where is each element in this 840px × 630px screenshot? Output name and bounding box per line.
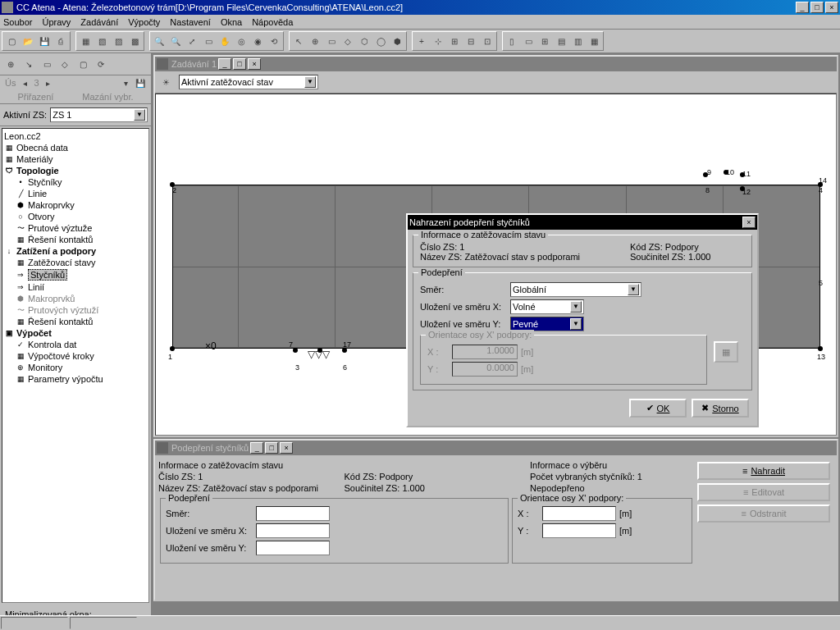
- zad-max[interactable]: □: [233, 58, 246, 70]
- win-b[interactable]: ▭: [520, 33, 536, 49]
- menu-okna[interactable]: Okna: [221, 17, 242, 27]
- snap-c[interactable]: ⊞: [446, 33, 463, 49]
- zoom-out-icon[interactable]: 🔍: [167, 33, 184, 49]
- zoom-g[interactable]: ⟲: [266, 33, 282, 49]
- menu-vypocty[interactable]: Výpočty: [128, 17, 160, 27]
- win-c[interactable]: ⊞: [536, 33, 553, 49]
- new-icon[interactable]: ▢: [3, 33, 20, 49]
- us-prev[interactable]: ◂: [19, 77, 30, 89]
- tree-stycniku-selected[interactable]: ⇒Styčníků: [4, 268, 147, 281]
- tree-linii[interactable]: ⇒Linií: [4, 281, 147, 293]
- close-button[interactable]: ×: [825, 2, 838, 13]
- podepreni-titlebar[interactable]: Podepření styčníků _ □ ×: [155, 441, 837, 455]
- nahradit-button[interactable]: ≡ Nahradit: [697, 462, 830, 480]
- dialog-close[interactable]: ×: [742, 217, 756, 228]
- prirazeni-label[interactable]: Přiřazení: [17, 92, 53, 102]
- lp-add-icon[interactable]: ⊕: [3, 57, 18, 71]
- menu-zadavani[interactable]: Zadávání: [80, 17, 118, 27]
- tree-root[interactable]: Leon.cc2: [4, 130, 147, 142]
- snap-e[interactable]: ⊡: [479, 33, 495, 49]
- tb-c[interactable]: ▨: [110, 33, 126, 49]
- minimize-button[interactable]: _: [796, 2, 809, 13]
- menu-nastaveni[interactable]: Nastavení: [170, 17, 211, 27]
- tree-prutove[interactable]: 〜Prutové výztuže: [4, 222, 147, 234]
- pp-ulozx-input[interactable]: [256, 523, 330, 538]
- zoom-in-icon[interactable]: 🔍: [151, 33, 167, 49]
- tree-linie[interactable]: ╱Linie: [4, 188, 147, 199]
- tree-zat-stavy[interactable]: ▦Zatěžovací stavy: [4, 257, 147, 268]
- us-next[interactable]: ▸: [43, 77, 54, 89]
- tree-topologie[interactable]: 🛡Topologie: [4, 165, 147, 176]
- pp-y-input[interactable]: [542, 523, 616, 538]
- zadavani-titlebar[interactable]: Zadávání 1 _ □ ×: [155, 57, 837, 71]
- menu-soubor[interactable]: Soubor: [3, 17, 32, 27]
- tb-d[interactable]: ▩: [126, 33, 143, 49]
- sel-e[interactable]: ◯: [372, 33, 389, 49]
- sel-c[interactable]: ◇: [340, 33, 356, 49]
- open-icon[interactable]: 📂: [20, 33, 36, 49]
- snap-b[interactable]: ⊹: [430, 33, 446, 49]
- menu-upravy[interactable]: Úpravy: [42, 17, 71, 27]
- tree-kontrola[interactable]: ✓Kontrola dat: [4, 339, 147, 350]
- tree-zatizeni[interactable]: ↓Zatížení a podpory: [4, 245, 147, 257]
- tb-a[interactable]: ▦: [77, 33, 94, 49]
- storno-button[interactable]: ✖ Storno: [692, 399, 749, 418]
- tree-stycniky[interactable]: •Styčníky: [4, 176, 147, 188]
- tree-reseni-kontaktu[interactable]: ▦Řešení kontaktů: [4, 234, 147, 245]
- pp-ulozy-input[interactable]: [256, 541, 330, 555]
- dropdown-icon[interactable]: ▼: [304, 76, 316, 88]
- tree-makroprvky[interactable]: ⬢Makroprvky: [4, 199, 147, 211]
- snap-a[interactable]: +: [413, 33, 430, 49]
- tb-b[interactable]: ▧: [94, 33, 110, 49]
- tree-kroky[interactable]: ▦Výpočtové kroky: [4, 350, 147, 362]
- project-tree[interactable]: Leon.cc2 ▦Obecná data ▦Materiály 🛡Topolo…: [2, 128, 149, 603]
- zoom-fit-icon[interactable]: ⤢: [184, 33, 200, 49]
- pp-min[interactable]: _: [250, 442, 263, 454]
- win-f[interactable]: ▦: [586, 33, 602, 49]
- sel-f[interactable]: ⬢: [389, 33, 405, 49]
- us-x[interactable]: ▾: [120, 77, 131, 89]
- tree-monitory[interactable]: ⊕Monitory: [4, 362, 147, 373]
- mazani-label[interactable]: Mazání vybr.: [82, 92, 133, 102]
- zoom-f[interactable]: ◉: [249, 33, 266, 49]
- win-a[interactable]: ▯: [504, 33, 520, 49]
- tree-parametry[interactable]: ▦Parametry výpočtu: [4, 373, 147, 385]
- zoom-e[interactable]: ◎: [233, 33, 249, 49]
- active-zs-combo[interactable]: ZS 1 ▼: [50, 107, 148, 122]
- zad-min[interactable]: _: [218, 58, 231, 70]
- sel-b[interactable]: ▭: [323, 33, 340, 49]
- pp-close[interactable]: ×: [280, 442, 293, 454]
- menu-napoveda[interactable]: Nápověda: [252, 17, 293, 27]
- snap-d[interactable]: ⊟: [463, 33, 479, 49]
- pp-max[interactable]: □: [265, 442, 278, 454]
- lp-f[interactable]: ⟳: [94, 57, 108, 71]
- tree-vypocet[interactable]: ▣Výpočet: [4, 327, 147, 339]
- print-icon[interactable]: ⎙: [52, 33, 69, 49]
- lp-d[interactable]: ◇: [57, 57, 72, 71]
- zad-close[interactable]: ×: [248, 58, 261, 70]
- sel-a[interactable]: ⊕: [307, 33, 323, 49]
- pp-smer-input[interactable]: [256, 506, 330, 521]
- win-e[interactable]: ▥: [569, 33, 586, 49]
- ok-button[interactable]: ✔ OK: [629, 399, 687, 418]
- zad-tb-icon[interactable]: ☀: [158, 74, 174, 90]
- tree-makroprvku[interactable]: ⬢Makroprvků: [4, 293, 147, 304]
- zoom-win-icon[interactable]: ▭: [200, 33, 217, 49]
- dlg-smer-combo[interactable]: Globální▼: [510, 282, 641, 297]
- tree-otvory[interactable]: ○Otvory: [4, 211, 147, 222]
- win-d[interactable]: ▤: [553, 33, 569, 49]
- save-icon[interactable]: 💾: [36, 33, 52, 49]
- arrow-icon[interactable]: ↖: [290, 33, 307, 49]
- tree-reseni-k2[interactable]: ▦Řešení kontaktů: [4, 316, 147, 327]
- lp-c[interactable]: ▭: [39, 57, 54, 71]
- tree-prut-vyzt[interactable]: 〜Prutových výztuží: [4, 304, 147, 316]
- lp-b[interactable]: ↘: [21, 57, 36, 71]
- lp-e[interactable]: ▢: [75, 57, 90, 71]
- pan-icon[interactable]: ✋: [217, 33, 233, 49]
- sel-d[interactable]: ⬡: [356, 33, 372, 49]
- tree-materialy[interactable]: ▦Materiály: [4, 153, 147, 165]
- maximize-button[interactable]: □: [810, 2, 824, 13]
- pp-x-input[interactable]: [542, 506, 616, 521]
- dlg-ulozx-combo[interactable]: Volné▼: [510, 299, 584, 314]
- zad-combo[interactable]: Aktivní zatěžovací stav ▼: [179, 75, 318, 89]
